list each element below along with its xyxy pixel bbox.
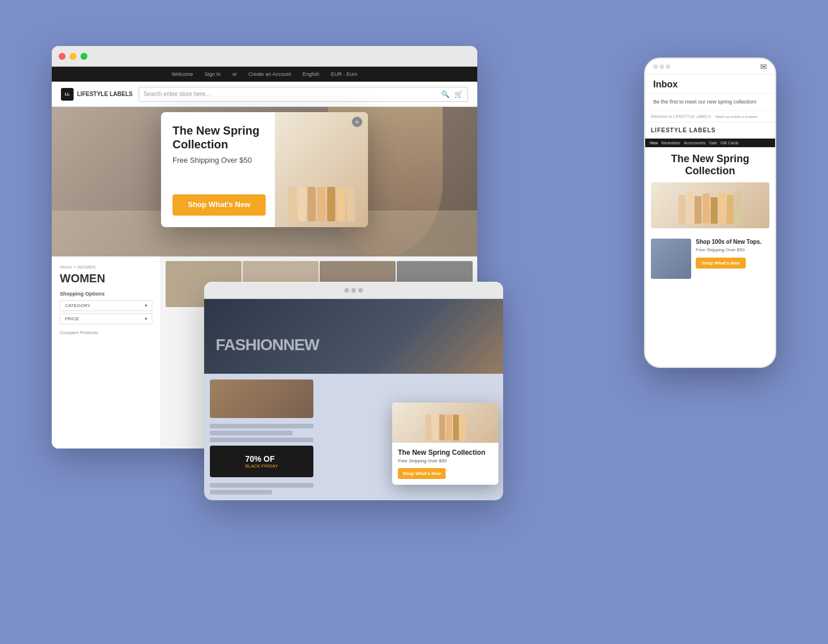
- phone-statusbar: ✉: [645, 59, 775, 75]
- close-dot[interactable]: [59, 53, 66, 60]
- hanger-5: [327, 187, 335, 221]
- email-product-row: Shop 100s of New Tops. Free Shipping Ove…: [645, 234, 775, 283]
- tablet-popup: The New Spring Collection Free Shipping …: [392, 402, 499, 485]
- browser-titlebar: [52, 46, 477, 67]
- store-navbar: LL LIFESTYLE LABELS Search entire store …: [52, 82, 477, 107]
- popup-close-button[interactable]: ×: [352, 117, 362, 127]
- popup-subtitle: Free Shipping Over $50: [172, 156, 266, 164]
- tablet-article-text: [210, 421, 313, 442]
- ph-hanger-5: [711, 197, 718, 224]
- sale-badge-sub: BLACK FRIDAY: [245, 463, 278, 469]
- category-filter[interactable]: CATEGORY ▾: [60, 300, 152, 311]
- ph-hanger-2: [687, 192, 693, 224]
- new-text: NEW: [283, 336, 319, 354]
- tablet-sale-text: [210, 481, 313, 494]
- ph-hanger-7: [727, 195, 734, 224]
- tablet-popup-title: The New Spring Collection: [398, 448, 493, 457]
- popup-modal: × The New Spring Collection Free Shippin…: [161, 112, 368, 227]
- search-icon[interactable]: 🔍: [441, 90, 450, 98]
- logo-abbr: LL: [65, 92, 70, 96]
- tablet-popup-subtitle: Free Shipping Over $50: [398, 458, 493, 463]
- compare-products[interactable]: Compare Products: [60, 330, 152, 335]
- email-brand-header: LIFESTYLE LABELS: [645, 122, 775, 139]
- email-nav-new[interactable]: New: [650, 141, 658, 145]
- email-content: Welcome to LIFESTYLE LABELS Watch as mob…: [645, 111, 775, 283]
- mini-hanger-5: [453, 415, 459, 440]
- cart-icon[interactable]: 🛒: [454, 90, 463, 98]
- ph-hanger-4: [703, 194, 710, 224]
- status-dot-2: [660, 64, 664, 69]
- logo-text: LIFESTYLE LABELS: [77, 91, 133, 97]
- minimize-dot[interactable]: [70, 53, 76, 60]
- breadcrumb: Home > WOMEN: [60, 264, 152, 270]
- ph-hanger-6: [719, 193, 726, 224]
- mini-hanger-2: [432, 415, 438, 440]
- tablet-browser: FASHIONNEW 70% OF BLACK FRIDAY: [204, 282, 503, 500]
- tablet-left-column: 70% OF BLACK FRIDAY: [210, 379, 313, 494]
- hanger-6: [337, 187, 345, 221]
- logo-icon: LL: [61, 88, 74, 101]
- email-nav-sale[interactable]: Sale: [709, 141, 717, 145]
- email-product-title: Shop 100s of New Tops.: [696, 239, 769, 246]
- phone-mockup: ✉ Inbox Be the first to meet our new spr…: [644, 57, 776, 368]
- signin-link[interactable]: Sign In: [205, 71, 221, 77]
- search-placeholder: Search entire store here...: [144, 91, 210, 97]
- email-hero-title: The New Spring Collection: [651, 153, 769, 178]
- email-product-info: Shop 100s of New Tops. Free Shipping Ove…: [696, 239, 769, 279]
- category-label: CATEGORY: [65, 303, 90, 308]
- category-chevron-icon: ▾: [145, 303, 147, 308]
- popup-image: [275, 112, 368, 227]
- store-topbar: Welcome Sign In or Create an Account Eng…: [52, 67, 477, 82]
- sale-badge: 70% OF: [245, 454, 278, 463]
- create-account-link[interactable]: Create an Account: [248, 71, 291, 77]
- status-dot-3: [666, 64, 670, 69]
- text-line-4: [210, 483, 313, 488]
- price-label: PRICE: [65, 316, 79, 321]
- tablet-dot-1: [344, 288, 349, 293]
- maximize-dot[interactable]: [80, 53, 87, 60]
- language-selector[interactable]: English: [302, 71, 320, 77]
- status-dot-1: [653, 64, 658, 69]
- mini-hanger-4: [446, 415, 452, 440]
- price-filter[interactable]: PRICE ▾: [60, 313, 152, 324]
- hanger-3: [308, 187, 316, 221]
- tablet-sale-image: 70% OF BLACK FRIDAY: [210, 446, 313, 477]
- tablet-popup-text: The New Spring Collection Free Shipping …: [392, 443, 499, 485]
- tablet-popup-button[interactable]: Shop What's New: [398, 468, 446, 479]
- popup-shop-button[interactable]: Shop What's New: [172, 194, 266, 216]
- tablet-body: 70% OF BLACK FRIDAY: [204, 374, 503, 500]
- store-logo[interactable]: LL LIFESTYLE LABELS: [61, 88, 133, 101]
- tablet-article-image: [210, 379, 313, 418]
- shopping-options-label: Shopping Options: [60, 291, 152, 297]
- text-line-1: [210, 424, 313, 428]
- tablet-titlebar: [204, 282, 503, 299]
- store-sidebar: Home > WOMEN WOMEN Shopping Options CATE…: [52, 256, 161, 448]
- email-from-link: Watch as mobile in browser: [715, 115, 757, 118]
- email-nav-giftcards[interactable]: Gift Cards: [720, 141, 739, 145]
- tablet-content: FASHIONNEW 70% OF BLACK FRIDAY: [204, 299, 503, 500]
- search-bar[interactable]: Search entire store here... 🔍 🛒: [139, 87, 468, 102]
- mini-hanger-3: [439, 415, 445, 440]
- email-from: Welcome to LIFESTYLE LABELS Watch as mob…: [645, 111, 775, 122]
- currency-selector[interactable]: EUR - Euro: [331, 71, 357, 77]
- mail-icon: ✉: [760, 62, 767, 71]
- hanger-row: [288, 187, 355, 221]
- fashion-text: FASHION: [216, 336, 283, 354]
- brand-name: LIFESTYLE LABELS: [651, 127, 769, 133]
- text-line-2: [210, 431, 293, 435]
- mini-hanger-6: [460, 415, 466, 440]
- welcome-text: Welcome: [171, 71, 193, 77]
- status-dots: [653, 64, 670, 69]
- email-preview: Be the first to meet our new spring coll…: [645, 94, 775, 111]
- tablet-dot-2: [351, 288, 356, 293]
- email-shop-button[interactable]: Shop What's New: [696, 258, 746, 269]
- email-nav-accessories[interactable]: Accessories: [684, 141, 706, 145]
- inbox-label: Inbox: [653, 79, 678, 89]
- mini-hangers: [425, 415, 466, 440]
- ph-hanger-8: [735, 191, 742, 224]
- or-text: or: [232, 71, 237, 77]
- ph-hanger-3: [695, 196, 702, 224]
- hanger-1: [288, 187, 296, 221]
- email-nav-wearables[interactable]: Wearables: [661, 141, 680, 145]
- email-product-description: Free Shipping Over $50: [696, 247, 769, 253]
